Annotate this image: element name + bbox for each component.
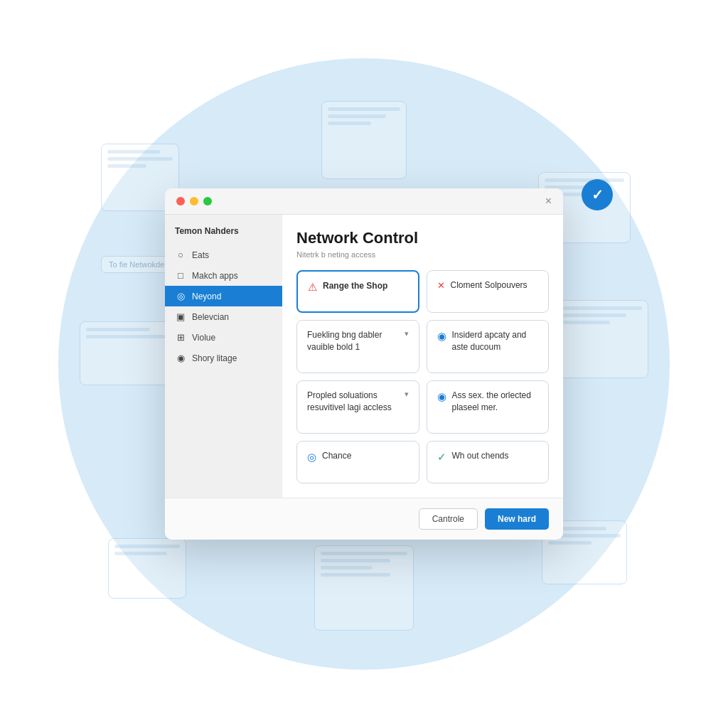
expand-icon-3: ▾ xyxy=(405,329,409,338)
traffic-light-yellow[interactable] xyxy=(190,197,198,205)
makch-icon: □ xyxy=(175,270,186,281)
dialog-body: Temon Nahders ○ Eats □ Makch apps ◎ Neyo… xyxy=(165,215,563,498)
check-circle-icon-7: ◎ xyxy=(307,451,316,464)
sidebar-item-belevcian[interactable]: ▣ Belevcian xyxy=(165,306,282,327)
neyond-icon: ◎ xyxy=(175,291,186,301)
primary-button[interactable]: New hard xyxy=(485,508,549,530)
circle-icon-6: ◉ xyxy=(437,390,446,403)
traffic-light-red[interactable] xyxy=(176,197,185,205)
deco-mid-left xyxy=(80,321,172,385)
dialog-title: Network Control xyxy=(296,229,549,247)
dialog-window: × Temon Nahders ○ Eats □ Makch apps ◎ Ne… xyxy=(165,188,563,540)
sidebar-item-eats[interactable]: ○ Eats xyxy=(165,245,282,265)
card-insiderd[interactable]: ◉ Insiderd apcaty and aste ducoum xyxy=(427,320,550,373)
violue-icon: ⊞ xyxy=(175,332,186,343)
sidebar-title: Temon Nahders xyxy=(165,226,282,245)
card-range-the-shop[interactable]: ⚠ Range the Shop xyxy=(296,270,419,313)
background-circle: ✓ To fie Netwokde Appi × Temon Nahders ○… xyxy=(58,58,670,670)
deco-bottom-center xyxy=(314,545,414,631)
sidebar: Temon Nahders ○ Eats □ Makch apps ◎ Neyo… xyxy=(165,215,282,498)
check-icon: ✓ xyxy=(592,186,604,203)
check-badge: ✓ xyxy=(582,179,613,210)
circle-icon-4: ◉ xyxy=(437,330,446,343)
card-ass-sex[interactable]: ◉ Ass sex. the orlected plaseel mer. xyxy=(427,380,550,434)
check-icon-8: ✓ xyxy=(437,451,446,464)
main-content: Network Control Nitetrk b neting access … xyxy=(282,215,563,498)
x-icon: ✕ xyxy=(437,280,445,291)
card-propled[interactable]: Propled soluations resuvitivel lagi accl… xyxy=(296,380,419,434)
close-button[interactable]: × xyxy=(545,196,552,207)
card-chance[interactable]: ◎ Chance xyxy=(296,441,419,483)
sidebar-item-violue[interactable]: ⊞ Violue xyxy=(165,327,282,348)
eats-icon: ○ xyxy=(175,250,186,260)
traffic-light-green[interactable] xyxy=(203,197,212,205)
dialog-footer: Cantrole New hard xyxy=(165,498,563,540)
cards-grid: ⚠ Range the Shop ✕ Cloment Solpouvers Fu… xyxy=(296,270,549,483)
deco-top-center xyxy=(321,101,407,179)
warning-icon: ⚠ xyxy=(308,281,317,294)
sidebar-item-shory[interactable]: ◉ Shory litage xyxy=(165,348,282,368)
card-fuekling[interactable]: Fuekling bng dabler vauible bold 1 ▾ xyxy=(296,320,419,373)
card-wh-out[interactable]: ✓ Wh out chends xyxy=(427,441,550,483)
belevcian-icon: ▣ xyxy=(175,311,186,322)
expand-icon-5: ▾ xyxy=(405,390,409,399)
dialog-subtitle: Nitetrk b neting access xyxy=(296,250,549,259)
sidebar-item-neyond[interactable]: ◎ Neyond xyxy=(165,286,282,306)
shory-icon: ◉ xyxy=(175,353,186,363)
deco-mid-right xyxy=(556,300,648,378)
card-cloment[interactable]: ✕ Cloment Solpouvers xyxy=(427,270,550,313)
title-bar: × xyxy=(165,188,563,215)
cancel-button[interactable]: Cantrole xyxy=(419,508,478,530)
sidebar-item-makch[interactable]: □ Makch apps xyxy=(165,265,282,286)
deco-bottom-left xyxy=(108,538,186,599)
